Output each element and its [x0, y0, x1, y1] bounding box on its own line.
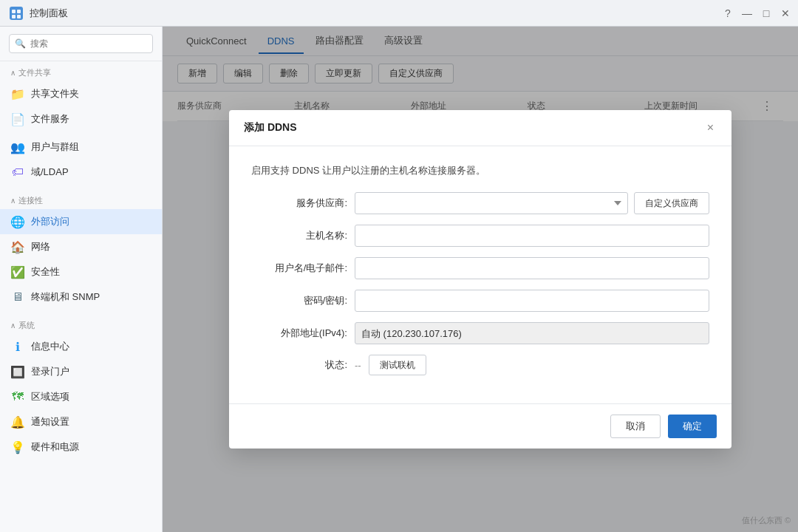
caret-icon: ∧: [10, 321, 16, 330]
sidebar-item-label: 登录门户: [31, 365, 69, 378]
status-label: 状态:: [251, 358, 347, 372]
svg-rect-3: [12, 15, 16, 18]
hostname-label: 主机名称:: [251, 229, 347, 242]
section-label: 连接性: [18, 195, 43, 206]
section-label: 文件共享: [18, 67, 51, 78]
password-input[interactable]: [355, 290, 709, 312]
external-icon: 🌐: [10, 214, 25, 229]
modal-body: 启用支持 DDNS 让用户以注册的主机名称连接服务器。 服务供应商: 自定义供应…: [229, 146, 732, 403]
hostname-row: 主机名称:: [251, 225, 709, 247]
svg-rect-2: [17, 10, 21, 13]
app-icon: [9, 6, 24, 21]
title-bar: 控制面板 ? — □ ✕: [0, 0, 798, 27]
main-container: 🔍 ∧ 文件共享 📁 共享文件夹 📄 文件服务 👥 用户与群组 🏷 域/LDAP: [0, 27, 798, 532]
confirm-button[interactable]: 确定: [668, 415, 717, 438]
provider-row: 服务供应商: 自定义供应商: [251, 192, 709, 214]
caret-icon: ∧: [10, 197, 16, 205]
provider-select[interactable]: [355, 192, 628, 214]
custom-provider-modal-button[interactable]: 自定义供应商: [634, 192, 709, 214]
sidebar-item-info-center[interactable]: ℹ 信息中心: [0, 334, 162, 359]
sidebar-item-domain[interactable]: 🏷 域/LDAP: [0, 160, 162, 185]
notify-icon: 🔔: [10, 415, 25, 429]
sidebar-item-label: 通知设置: [31, 415, 69, 429]
sidebar-item-shared-folder[interactable]: 📁 共享文件夹: [0, 81, 162, 106]
section-system: ∧ 系统: [0, 314, 162, 334]
folder-icon: 📁: [10, 86, 25, 101]
modal-title: 添加 DDNS: [244, 121, 297, 134]
close-button[interactable]: ✕: [780, 8, 791, 18]
modal-footer: 取消 确定: [229, 403, 732, 449]
sidebar-item-label: 信息中心: [31, 340, 69, 353]
status-value-row: -- 测试联机: [355, 355, 426, 375]
sidebar-item-hardware-power[interactable]: 💡 硬件和电源: [0, 434, 162, 460]
provider-select-wrap: 自定义供应商: [355, 192, 709, 214]
sidebar-item-region[interactable]: 🗺 区域选项: [0, 384, 162, 409]
add-ddns-modal: 添加 DDNS × 启用支持 DDNS 让用户以注册的主机名称连接服务器。 服务…: [229, 110, 732, 449]
network-icon: 🏠: [10, 239, 25, 254]
sidebar: 🔍 ∧ 文件共享 📁 共享文件夹 📄 文件服务 👥 用户与群组 🏷 域/LDAP: [0, 27, 163, 532]
sidebar-item-user-group[interactable]: 👥 用户与群组: [0, 134, 162, 160]
sidebar-item-label: 域/LDAP: [31, 166, 69, 179]
section-connectivity: ∧ 连接性: [0, 189, 162, 209]
content-area: QuickConnect DDNS 路由器配置 高级设置 新增 编辑 删除 立即…: [163, 27, 798, 532]
app-title: 控制面板: [30, 7, 68, 20]
info-icon: ℹ: [10, 339, 25, 354]
modal-header: 添加 DDNS ×: [229, 110, 732, 146]
password-label: 密码/密钥:: [251, 294, 347, 307]
sidebar-item-terminal[interactable]: 🖥 终端机和 SNMP: [0, 284, 162, 310]
hostname-input[interactable]: [355, 225, 709, 247]
maximize-button[interactable]: □: [761, 8, 771, 18]
sidebar-item-security[interactable]: ✅ 安全性: [0, 259, 162, 284]
search-icon: 🔍: [15, 38, 26, 49]
sidebar-item-label: 外部访问: [31, 215, 69, 228]
username-label: 用户名/电子邮件:: [251, 262, 347, 275]
search-input[interactable]: [9, 34, 153, 53]
region-icon: 🗺: [10, 389, 25, 404]
file-icon: 📄: [10, 112, 25, 126]
window-controls: ? — □ ✕: [723, 8, 791, 18]
username-row: 用户名/电子邮件:: [251, 257, 709, 279]
security-icon: ✅: [10, 265, 25, 279]
external-ip-label: 外部地址(IPv4):: [251, 327, 347, 340]
sidebar-item-notify[interactable]: 🔔 通知设置: [0, 409, 162, 434]
sidebar-search-area: 🔍: [0, 27, 162, 61]
status-row: 状态: -- 测试联机: [251, 355, 709, 375]
modal-description: 启用支持 DDNS 让用户以注册的主机名称连接服务器。: [251, 164, 709, 177]
sidebar-item-external-access[interactable]: 🌐 外部访问: [0, 209, 162, 234]
status-value: --: [355, 360, 361, 371]
sidebar-item-file-service[interactable]: 📄 文件服务: [0, 106, 162, 132]
sidebar-item-label: 终端机和 SNMP: [31, 290, 100, 304]
provider-label: 服务供应商:: [251, 197, 347, 210]
modal-close-button[interactable]: ×: [704, 120, 717, 135]
username-input[interactable]: [355, 257, 709, 279]
minimize-button[interactable]: —: [742, 8, 752, 18]
power-icon: 💡: [10, 440, 25, 454]
test-connection-button[interactable]: 测试联机: [369, 355, 426, 375]
sidebar-item-label: 安全性: [31, 265, 60, 279]
caret-icon: ∧: [10, 69, 16, 77]
modal-overlay: 添加 DDNS × 启用支持 DDNS 让用户以注册的主机名称连接服务器。 服务…: [163, 27, 798, 532]
external-ip-row: 外部地址(IPv4): 自动 (120.230.107.176): [251, 322, 709, 344]
svg-rect-4: [17, 15, 21, 18]
help-button[interactable]: ?: [723, 8, 733, 18]
sidebar-item-label: 网络: [31, 240, 50, 253]
sidebar-item-label: 区域选项: [31, 390, 69, 403]
section-file-share: ∧ 文件共享: [0, 61, 162, 81]
cancel-button[interactable]: 取消: [610, 415, 661, 438]
sidebar-item-login-portal[interactable]: 🔲 登录门户: [0, 359, 162, 384]
search-wrap: 🔍: [9, 34, 153, 53]
user-icon: 👥: [10, 140, 25, 154]
section-label: 系统: [18, 320, 35, 331]
svg-rect-0: [10, 7, 23, 20]
password-row: 密码/密钥:: [251, 290, 709, 312]
sidebar-item-network[interactable]: 🏠 网络: [0, 234, 162, 259]
sidebar-item-label: 用户与群组: [31, 140, 79, 154]
sidebar-item-label: 硬件和电源: [31, 440, 79, 454]
external-ip-select[interactable]: 自动 (120.230.107.176): [355, 322, 709, 344]
login-icon: 🔲: [10, 364, 25, 379]
terminal-icon: 🖥: [10, 290, 25, 304]
sidebar-item-label: 共享文件夹: [31, 87, 79, 100]
svg-rect-1: [12, 10, 16, 13]
sidebar-item-label: 文件服务: [31, 112, 69, 126]
domain-icon: 🏷: [10, 165, 25, 180]
